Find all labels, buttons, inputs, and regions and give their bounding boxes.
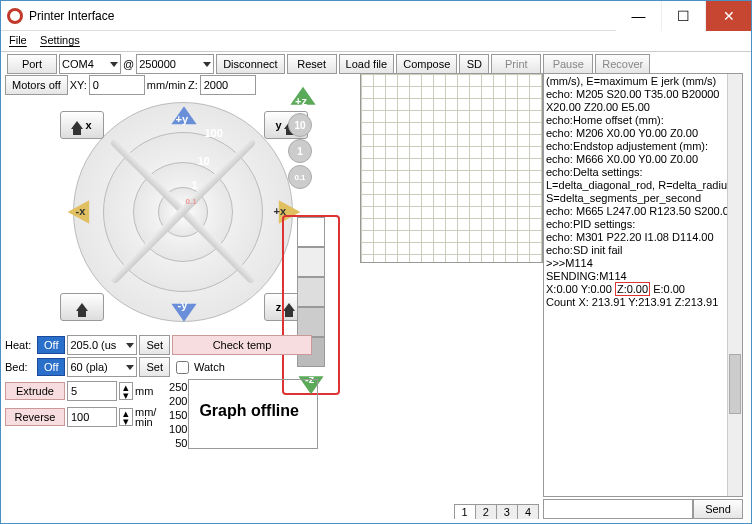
disconnect-button[interactable]: Disconnect bbox=[216, 54, 284, 74]
chevron-down-icon bbox=[126, 365, 134, 370]
z-01-button[interactable]: 0.1 bbox=[288, 165, 312, 189]
chevron-down-icon bbox=[110, 62, 118, 67]
z-label: Z: bbox=[188, 79, 198, 91]
compose-button[interactable]: Compose bbox=[396, 54, 457, 74]
home-icon bbox=[71, 121, 83, 129]
menu-file[interactable]: File bbox=[9, 34, 27, 46]
z-column: +z 10 1 0.1 bbox=[285, 83, 315, 191]
z-1-button[interactable]: 1 bbox=[288, 139, 312, 163]
print-button[interactable]: Print bbox=[491, 54, 541, 74]
preview-grid[interactable] bbox=[360, 73, 543, 263]
chevron-down-icon bbox=[126, 343, 134, 348]
watch-label: Watch bbox=[194, 361, 225, 373]
main-area: Motors off XY: mm/min Z: 100 10 1 0.1 +y… bbox=[5, 73, 747, 519]
grad-seg[interactable] bbox=[297, 217, 325, 247]
bed-set-button[interactable]: Set bbox=[139, 357, 170, 377]
motors-off-button[interactable]: Motors off bbox=[5, 75, 68, 95]
jog-10: 10 bbox=[198, 155, 210, 167]
right-column: (mm/s), E=maximum E jerk (mm/s)echo: M20… bbox=[543, 73, 743, 519]
bed-select[interactable]: 60 (pla) bbox=[67, 357, 137, 377]
left-column: Motors off XY: mm/min Z: 100 10 1 0.1 +y… bbox=[5, 73, 360, 519]
jog-01: 0.1 bbox=[186, 197, 197, 206]
baud-select[interactable]: 250000 bbox=[136, 54, 214, 74]
extrude-speed-input[interactable] bbox=[67, 407, 117, 427]
jog-panel: 100 10 1 0.1 +y -y -x +x x y z bbox=[48, 97, 318, 327]
z-10-button[interactable]: 10 bbox=[288, 113, 312, 137]
watch-checkbox[interactable] bbox=[176, 361, 189, 374]
console-lines: (mm/s), E=maximum E jerk (mm/s)echo: M20… bbox=[546, 75, 740, 283]
send-row: Send bbox=[543, 499, 743, 519]
extrude-amount-input[interactable] bbox=[67, 381, 117, 401]
home-x-button[interactable]: x bbox=[60, 111, 104, 139]
app-icon bbox=[7, 8, 23, 24]
console-coord-line: X:0.00 Y:0.00 Z:0.00 E:0.00 bbox=[546, 283, 740, 296]
window-buttons: — ☐ ✕ bbox=[616, 1, 751, 31]
home-icon bbox=[76, 303, 88, 311]
bed-off-button[interactable]: Off bbox=[37, 358, 65, 376]
extrude-spinner[interactable]: ▴▾ bbox=[119, 382, 133, 400]
mmmin-label: mm/min bbox=[147, 79, 186, 91]
titlebar: Printer Interface — ☐ ✕ bbox=[1, 1, 751, 31]
grad-seg[interactable] bbox=[297, 277, 325, 307]
temp-graph: 250 200 150 100 50 Graph offline bbox=[188, 379, 318, 449]
xy-input[interactable] bbox=[89, 75, 145, 95]
jog-100: 100 bbox=[205, 127, 223, 139]
at-label: @ bbox=[123, 58, 134, 70]
z-input[interactable] bbox=[200, 75, 256, 95]
view-tabs: 1 2 3 4 bbox=[455, 504, 540, 519]
heat-off-button[interactable]: Off bbox=[37, 336, 65, 354]
minimize-button[interactable]: — bbox=[616, 1, 661, 31]
recover-button[interactable]: Recover bbox=[595, 54, 650, 74]
xy-label: XY: bbox=[70, 79, 87, 91]
console-count-line: Count X: 213.91 Y:213.91 Z:213.91 bbox=[546, 296, 740, 309]
check-temp-button[interactable]: Check temp bbox=[172, 335, 312, 355]
tab-4[interactable]: 4 bbox=[517, 504, 539, 519]
home-all-button[interactable] bbox=[60, 293, 104, 321]
port-select[interactable]: COM4 bbox=[59, 54, 121, 74]
highlighted-z: Z:0.00 bbox=[615, 282, 650, 296]
heat-select[interactable]: 205.0 (us bbox=[67, 335, 137, 355]
plus-z-button[interactable]: +z bbox=[285, 85, 321, 111]
chevron-down-icon bbox=[203, 62, 211, 67]
tab-2[interactable]: 2 bbox=[475, 504, 497, 519]
command-input[interactable] bbox=[543, 499, 693, 519]
close-button[interactable]: ✕ bbox=[706, 1, 751, 31]
graph-yaxis: 250 200 150 100 50 bbox=[165, 380, 187, 450]
middle-column: 1 2 3 4 bbox=[360, 73, 543, 519]
plus-y-button[interactable]: +y bbox=[166, 103, 202, 133]
menubar: File Settings bbox=[1, 31, 751, 51]
loadfile-button[interactable]: Load file bbox=[339, 54, 395, 74]
console-output[interactable]: (mm/s), E=maximum E jerk (mm/s)echo: M20… bbox=[543, 73, 743, 497]
jog-1: 1 bbox=[192, 179, 198, 191]
maximize-button[interactable]: ☐ bbox=[661, 1, 706, 31]
mmmin-label: mm/ min bbox=[135, 407, 156, 427]
sd-button[interactable]: SD bbox=[459, 54, 489, 74]
menu-settings[interactable]: Settings bbox=[40, 34, 80, 46]
tab-1[interactable]: 1 bbox=[454, 504, 476, 519]
heat-set-button[interactable]: Set bbox=[139, 335, 170, 355]
extrude-button[interactable]: Extrude bbox=[5, 382, 65, 400]
mm-label: mm bbox=[135, 385, 153, 397]
send-button[interactable]: Send bbox=[693, 499, 743, 519]
speed-spinner[interactable]: ▴▾ bbox=[119, 408, 133, 426]
console-scrollbar[interactable] bbox=[727, 74, 742, 496]
graph-offline-text: Graph offline bbox=[199, 402, 299, 420]
tab-3[interactable]: 3 bbox=[496, 504, 518, 519]
pause-button[interactable]: Pause bbox=[543, 54, 593, 74]
minus-y-button[interactable]: -y bbox=[166, 295, 202, 325]
grad-seg[interactable] bbox=[297, 247, 325, 277]
scrollbar-thumb[interactable] bbox=[729, 354, 741, 414]
app-window: Printer Interface — ☐ ✕ File Settings Po… bbox=[0, 0, 752, 524]
window-title: Printer Interface bbox=[29, 9, 114, 23]
jog-cross bbox=[98, 127, 268, 297]
bed-label: Bed: bbox=[5, 361, 35, 373]
port-button[interactable]: Port bbox=[7, 54, 57, 74]
heat-label: Heat: bbox=[5, 339, 35, 351]
minus-x-button[interactable]: -x bbox=[64, 197, 100, 227]
temp-controls: Heat: Off 205.0 (us Set Check temp Bed: … bbox=[5, 333, 360, 451]
reset-button[interactable]: Reset bbox=[287, 54, 337, 74]
reverse-button[interactable]: Reverse bbox=[5, 408, 65, 426]
